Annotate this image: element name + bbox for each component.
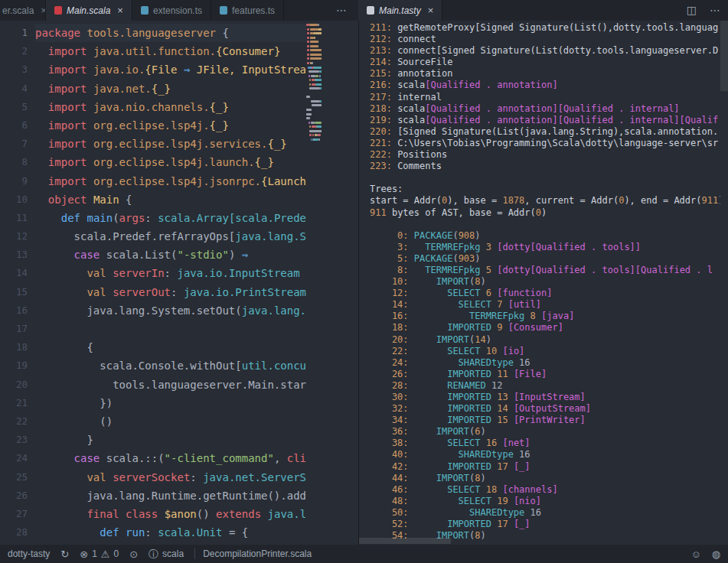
minimap-mark — [314, 37, 315, 39]
status-problems[interactable]: ⊗1⚠0 — [80, 548, 119, 559]
more-actions-icon[interactable]: ⋯ — [710, 0, 720, 21]
tasty-tree-line[interactable]: 28: RENAMED 12 — [370, 380, 720, 392]
status-feedback[interactable]: ☺ — [690, 549, 700, 559]
tab-er-scala[interactable]: er.scala× — [0, 0, 46, 21]
code-line[interactable]: 23 } — [0, 431, 306, 449]
status-ports[interactable]: ⊙ — [129, 549, 138, 559]
tasty-tree-line[interactable]: 5: PACKAGE(903) — [370, 253, 720, 265]
code-line[interactable]: 8 import org.eclipse.lsp4j.launch.{_} — [0, 153, 306, 171]
code-line[interactable]: 1package tools.languageserver { — [0, 24, 306, 42]
tasty-tree-line[interactable]: 34: IMPORTED 15 [PrintWriter] — [370, 415, 720, 426]
tasty-name-line[interactable]: 218: scala[Qualified . annotation][Quali… — [370, 103, 720, 115]
tasty-tree-line[interactable]: 22: SELECT 10 [io] — [370, 346, 720, 357]
code-line[interactable]: 20 tools.languageserver.Main.startS — [0, 376, 306, 394]
code-line[interactable]: 25 val serverSocket: java.net.ServerSoc — [0, 468, 306, 487]
blank-line[interactable] — [370, 219, 720, 230]
code-line[interactable]: 10 object Main { — [0, 190, 306, 209]
tasty-name-line[interactable]: 223: Comments — [370, 161, 720, 172]
tasty-tree-line[interactable]: 50: SHAREDtype 16 — [370, 507, 720, 519]
tasty-tree-line[interactable]: 52: IMPORTED 17 [_] — [370, 519, 720, 530]
tasty-tree-line[interactable]: 38: SELECT 16 [net] — [370, 438, 720, 449]
code-line[interactable]: 26 java.lang.Runtime.getRuntime().addSh — [0, 487, 306, 505]
tab-label: extension.ts — [153, 5, 202, 16]
horizontal-scrollbar[interactable] — [359, 538, 720, 544]
status-notifications[interactable]: ◍ — [712, 549, 720, 559]
tasty-header-line[interactable]: start = Addr(0), base = 1878, current = … — [370, 195, 720, 207]
tasty-tree-line[interactable]: 8: TERMREFpkg 5 [dotty[Qualified . tools… — [370, 265, 720, 276]
tasty-tree-line[interactable]: 0: PACKAGE(908) — [370, 230, 720, 242]
tasty-name-line[interactable]: 217: internal — [370, 92, 720, 103]
tasty-tree-line[interactable]: 10: IMPORT(8) — [370, 276, 720, 288]
code-line[interactable]: 18 { — [0, 338, 306, 356]
horizontal-scrollbar-thumb[interactable] — [359, 538, 451, 544]
tasty-name-line[interactable]: 215: annotation — [370, 68, 720, 80]
tasty-tree-line[interactable]: 12: SELECT 6 [function] — [370, 288, 720, 299]
code-line[interactable]: 19 scala.Console.withOut[util.concurr — [0, 356, 306, 375]
tasty-name-line[interactable]: 212: connect — [370, 34, 720, 45]
code-line[interactable]: 27 final class $anon() extends java.l — [0, 505, 306, 523]
tasty-header-line[interactable]: 911 bytes of AST, base = Addr(0) — [370, 207, 720, 219]
tasty-tree-line[interactable]: 40: SHAREDtype 16 — [370, 449, 720, 460]
vertical-scrollbar-thumb[interactable] — [720, 21, 728, 91]
status-active-file[interactable]: DecompilationPrinter.scala — [194, 548, 312, 559]
tasty-tree-line[interactable]: 3: TERMREFpkg 3 [dotty[Qualified . tools… — [370, 242, 720, 253]
status-sync[interactable]: ↻ — [60, 549, 69, 559]
tasty-name-line[interactable]: 219: scala[Qualified . annotation][Quali… — [370, 115, 720, 126]
tasty-tree-line[interactable]: 36: IMPORT(6) — [370, 426, 720, 438]
tab-close-icon[interactable]: × — [428, 5, 434, 15]
tasty-tree-line[interactable]: 18: IMPORTED 9 [Consumer] — [370, 322, 720, 334]
line-number: 17 — [0, 320, 28, 338]
tab-close-icon[interactable]: × — [117, 5, 123, 15]
tasty-name-line[interactable]: 221: C:\Users\Tobias\Programming\Scala\d… — [370, 138, 720, 149]
status-bar: dotty-tasty↻⊗1⚠0⊙ⓘscalaDecompilationPrin… — [0, 545, 728, 563]
tasty-tree-line[interactable]: 42: IMPORTED 17 [_] — [370, 461, 720, 473]
tasty-name-line[interactable]: 211: getRemoteProxy[Signed Signature(Lis… — [370, 22, 720, 34]
code-line[interactable]: 16 java.lang.System.setOut(java.lang.Sy — [0, 301, 306, 320]
tasty-name-line[interactable]: 213: connect[Signed Signature(List(dotty… — [370, 45, 720, 57]
code-line[interactable]: 21 }) — [0, 394, 306, 412]
code-line[interactable]: 11 def main(args: scala.Array[scala.Pred… — [0, 209, 306, 227]
code-line[interactable]: 6 import org.eclipse.lsp4j.{_} — [0, 116, 306, 135]
status-language-mode[interactable]: ⓘscala — [149, 548, 184, 559]
vertical-scrollbar[interactable] — [720, 21, 728, 545]
tasty-header-line[interactable]: Trees: — [370, 184, 720, 195]
code-line[interactable]: 24 case scala.::("-client_command", clie… — [0, 449, 306, 467]
tab-features-ts[interactable]: features.ts — [211, 0, 284, 21]
code-line[interactable]: 28 def run: scala.Unit = { — [0, 523, 306, 542]
code-line[interactable]: 14 val serverIn: java.io.InputStream = — [0, 264, 306, 282]
tasty-name-line[interactable]: 214: SourceFile — [370, 57, 720, 68]
tasty-tree-line[interactable]: 46: SELECT 18 [channels] — [370, 484, 720, 496]
tab-main-tasty[interactable]: Main.tasty× — [358, 0, 442, 21]
tasty-name-line[interactable]: 222: Positions — [370, 149, 720, 161]
blank-line[interactable] — [370, 172, 720, 184]
code-line[interactable]: 3 import java.io.{File ⇒ JFile, InputStr… — [0, 60, 306, 79]
tasty-name-line[interactable]: 216: scala[Qualified . annotation] — [370, 80, 720, 91]
tasty-tree-line[interactable]: 30: IMPORTED 13 [InputStream] — [370, 392, 720, 403]
code-line[interactable]: 12 scala.Predef.refArrayOps[java.lang.St… — [0, 227, 306, 246]
code-line[interactable]: 13 case scala.List("-stdio") ⇒ — [0, 246, 306, 264]
code-line[interactable]: 17 — [0, 320, 306, 338]
tasty-tree-line[interactable]: 32: IMPORTED 14 [OutputStream] — [370, 403, 720, 415]
code-line[interactable]: 4 import java.net.{_} — [0, 80, 306, 98]
tasty-tree-line[interactable]: 16: TERMREFpkg 8 [java] — [370, 311, 720, 322]
code-line[interactable]: 7 import org.eclipse.lsp4j.services.{_} — [0, 135, 306, 153]
tasty-tree-line[interactable]: 44: IMPORT(8) — [370, 473, 720, 484]
tasty-tree-line[interactable]: 26: IMPORTED 11 [File] — [370, 369, 720, 380]
status-git-branch[interactable]: dotty-tasty — [8, 548, 50, 559]
split-editor-icon[interactable]: ◫ — [687, 0, 697, 21]
minimap[interactable] — [306, 21, 322, 545]
tasty-tree-line[interactable]: 14: SELECT 7 [util] — [370, 299, 720, 311]
code-line[interactable]: 22 () — [0, 412, 306, 431]
code-line[interactable]: 9 import org.eclipse.lsp4j.jsonrpc.{Laun… — [0, 172, 306, 190]
code-line[interactable]: 15 val serverOut: java.io.PrintStream = — [0, 283, 306, 301]
tasty-tree-line[interactable]: 24: SHAREDtype 16 — [370, 357, 720, 369]
code-line[interactable]: 2 import java.util.function.{Consumer} — [0, 42, 306, 60]
tab-extension-ts[interactable]: extension.ts — [132, 0, 211, 21]
tasty-tree-line[interactable]: 48: SELECT 19 [nio] — [370, 496, 720, 507]
tasty-tree-line[interactable]: 20: IMPORT(14) — [370, 334, 720, 346]
tab-main-scala[interactable]: Main.scala× — [46, 0, 132, 21]
tasty-name-line[interactable]: 220: [Signed Signature(List(java.lang.St… — [370, 126, 720, 138]
tab-close-icon[interactable]: × — [41, 5, 46, 15]
code-line[interactable]: 5 import java.nio.channels.{_} — [0, 98, 306, 116]
more-actions-icon[interactable]: ⋯ — [336, 0, 347, 21]
